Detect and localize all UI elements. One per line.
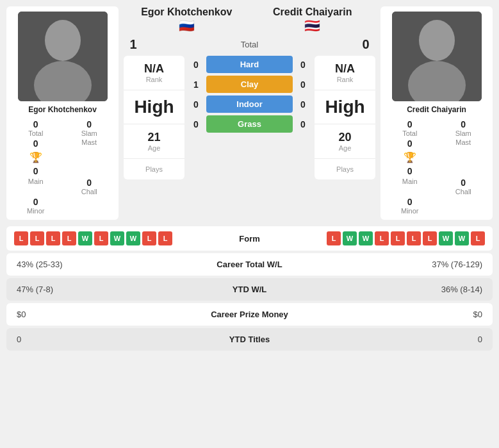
- top-info-section: Egor Khotchenkov 0 Total 0 Slam 0 🏆 0: [6, 6, 493, 220]
- surface-right-score-grass: 0: [297, 119, 309, 129]
- right-total-label: Total: [402, 129, 417, 137]
- right-level-value: High: [325, 97, 364, 117]
- right-minor-cell: 0 Minor: [386, 197, 434, 215]
- left-player-avatar: [18, 12, 108, 101]
- surface-row-grass: 0 Grass 0: [190, 115, 309, 133]
- left-slam-label: Slam: [81, 129, 97, 137]
- left-total-cell: 0 Total: [12, 119, 60, 137]
- right-player-card: Credit Chaiyarin 0 Total 0 Slam 0 🏆 0: [380, 6, 493, 220]
- left-mast-label: Mast: [81, 138, 97, 146]
- left-mast-value: 0: [33, 138, 38, 149]
- surface-left-score-hard: 0: [190, 60, 202, 70]
- left-main-label: Main: [28, 178, 44, 185]
- form-badge-left-W: W: [110, 231, 124, 245]
- form-section: LLLLWLWWLLFormLWWLLLLWWL: [6, 226, 493, 251]
- form-badge-right-W: W: [439, 231, 453, 245]
- left-player-name-center: Egor Khotchenkov: [141, 6, 232, 18]
- career-stat-label-0: Career Total W/L: [192, 260, 307, 269]
- left-minor-value: 0: [33, 197, 38, 207]
- career-stat-right-1: 36% (8-14): [307, 285, 483, 294]
- form-badge-left-W: W: [78, 231, 92, 245]
- left-minor-label: Minor: [27, 207, 45, 215]
- surface-btn-clay[interactable]: Clay: [206, 76, 293, 93]
- right-flag: 🇹🇭: [304, 18, 320, 33]
- right-mast-label-cell: Mast: [439, 138, 488, 176]
- svg-point-4: [419, 20, 455, 61]
- left-stats-panel: N/A Rank High 21 Age Plays: [124, 56, 184, 179]
- surface-btn-indoor[interactable]: Indoor: [206, 95, 293, 113]
- stats-surfaces-row: N/A Rank High 21 Age Plays: [124, 56, 375, 179]
- right-chall-cell: 0 Chall: [439, 178, 488, 195]
- right-rank-label: Rank: [337, 76, 354, 83]
- surface-row-hard: 0 Hard 0: [190, 56, 309, 73]
- form-badge-right-L: L: [423, 231, 437, 245]
- left-age-item: 21 Age: [124, 124, 184, 159]
- right-mast-cell: 0 🏆 0: [386, 138, 434, 176]
- surfaces-center: 0 Hard 0 1 Clay 0 0 Indoor 0 0 Grass 0: [190, 56, 309, 133]
- total-score-row: 1 Total 0: [124, 37, 375, 52]
- right-plays-label: Plays: [336, 165, 354, 173]
- career-stat-row-0: 43% (25-33) Career Total W/L 37% (76-129…: [6, 253, 493, 276]
- left-mast-cell: 0 🏆 0: [12, 138, 60, 176]
- form-badge-right-L: L: [327, 231, 341, 245]
- form-badge-right-W: W: [359, 231, 373, 245]
- form-badge-left-L: L: [158, 231, 172, 245]
- right-chall-value: 0: [461, 178, 466, 188]
- left-flag: 🇷🇺: [179, 18, 195, 33]
- left-total-score: 1: [124, 37, 143, 52]
- right-age-value: 20: [338, 131, 351, 144]
- career-stat-row-2: $0 Career Prize Money $0: [6, 303, 493, 326]
- left-slam-value: 0: [86, 119, 92, 129]
- right-age-item: 20 Age: [315, 124, 375, 159]
- surface-right-score-hard: 0: [297, 60, 309, 70]
- left-plays-label: Plays: [145, 165, 163, 173]
- right-slam-label: Slam: [455, 129, 471, 137]
- right-main-label: Main: [402, 178, 418, 185]
- center-block: Egor Khotchenkov 🇷🇺 Credit Chaiyarin 🇹🇭 …: [124, 6, 375, 220]
- form-badges-right: LWWLLLLWWL: [281, 231, 486, 245]
- right-trophy-icon: 🏆: [404, 151, 416, 163]
- surface-btn-grass[interactable]: Grass: [206, 115, 293, 133]
- left-trophy-icon: 🏆: [29, 151, 42, 163]
- career-stat-left-2: $0: [17, 310, 192, 319]
- right-minor-value: 0: [407, 197, 413, 207]
- right-plays-item: Plays: [315, 159, 375, 179]
- career-stat-left-0: 43% (25-33): [17, 260, 192, 269]
- right-slam-cell: 0 Slam: [439, 119, 488, 137]
- career-stats-container: 43% (25-33) Career Total W/L 37% (76-129…: [6, 253, 493, 351]
- main-container: Egor Khotchenkov 0 Total 0 Slam 0 🏆 0: [0, 0, 499, 360]
- form-badge-right-W: W: [343, 231, 357, 245]
- left-plays-item: Plays: [124, 159, 184, 179]
- left-total-value: 0: [33, 119, 38, 129]
- career-stat-label-1: YTD W/L: [192, 285, 307, 294]
- right-player-stats: 0 Total 0 Slam 0 🏆 0 Mast Main: [386, 119, 487, 215]
- form-badge-left-L: L: [62, 231, 76, 245]
- left-chall-cell: 0 Chall: [65, 178, 114, 195]
- right-total-cell: 0 Total: [386, 119, 434, 137]
- career-stat-label-3: YTD Titles: [192, 335, 307, 344]
- left-chall-label: Chall: [81, 188, 97, 195]
- left-slam-cell: 0 Slam: [65, 119, 114, 137]
- surface-right-score-clay: 0: [297, 79, 309, 90]
- left-chall-value: 0: [86, 178, 92, 188]
- surface-btn-hard[interactable]: Hard: [206, 56, 293, 73]
- form-badge-right-L: L: [471, 231, 485, 245]
- right-rank-item: N/A Rank: [315, 56, 375, 90]
- career-stat-label-2: Career Prize Money: [192, 310, 307, 319]
- form-badge-left-W: W: [126, 231, 140, 245]
- left-rank-label: Rank: [146, 76, 163, 83]
- career-stat-right-0: 37% (76-129): [307, 260, 483, 269]
- left-level-value: High: [134, 97, 174, 117]
- right-chall-label: Chall: [455, 188, 471, 195]
- career-stat-row-1: 47% (7-8) YTD W/L 36% (8-14): [6, 278, 493, 301]
- right-mast-value: 0: [407, 138, 413, 149]
- right-main-value: 0: [407, 166, 413, 176]
- form-badge-left-L: L: [14, 231, 28, 245]
- right-total-value: 0: [407, 119, 413, 129]
- left-main-label-cell: Main: [12, 178, 60, 195]
- form-badge-left-L: L: [46, 231, 60, 245]
- right-total-score: 0: [356, 37, 375, 52]
- surface-left-score-indoor: 0: [190, 99, 202, 110]
- surface-row-clay: 1 Clay 0: [190, 76, 309, 93]
- right-player-name-center: Credit Chaiyarin: [273, 6, 352, 18]
